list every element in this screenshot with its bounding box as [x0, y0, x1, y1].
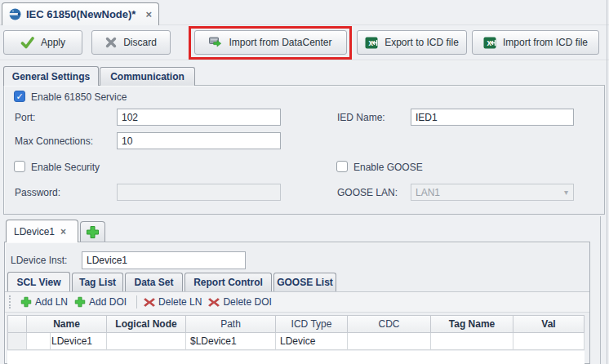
column-header-name[interactable]: Name [27, 315, 107, 333]
max-connections-label: Max Connections: [15, 135, 93, 147]
add-doi-label: Add DOI [89, 296, 127, 308]
ldevice-inst-input[interactable] [82, 251, 246, 269]
cell-name[interactable]: LDevice1 [27, 333, 107, 350]
col-cdc-label: CDC [379, 318, 400, 330]
general-settings-label: General Settings [12, 71, 90, 82]
iec61850-node-icon [9, 8, 21, 20]
column-header-icd-type[interactable]: ICD Type [276, 315, 348, 333]
port-label: Port: [15, 112, 35, 123]
password-input [117, 184, 281, 201]
import-from-icd-file-button[interactable]: x Import from ICD file [472, 30, 599, 55]
goose-lan-value: LAN1 [416, 187, 440, 198]
password-label: Password: [15, 187, 60, 198]
communication-label: Communication [110, 71, 184, 82]
plus-icon [20, 296, 32, 308]
scl-view-label: SCL View [16, 277, 60, 288]
ldevice1-tab-label: LDevice1 [14, 226, 55, 237]
tab-ldevice1[interactable]: LDevice1 × [6, 220, 78, 242]
enable-goose-label: Enable GOOSE [353, 162, 423, 173]
ldevice-inst-label: LDevice Inst: [11, 255, 67, 266]
column-header-val[interactable]: Val [513, 315, 585, 333]
apply-button[interactable]: Apply [3, 30, 82, 55]
discard-button[interactable]: Discard [91, 30, 171, 55]
delete-x-icon [144, 297, 155, 308]
ied-name-label: IED Name: [337, 112, 385, 123]
cell-icd-type-value: LDevice [280, 335, 315, 347]
discard-x-icon [105, 37, 117, 48]
cell-path-value: $LDevice1 [190, 335, 237, 347]
report-control-label: Report Control [193, 277, 263, 288]
col-tag-name-label: Tag Name [449, 318, 495, 330]
enable-61850-service-label: Enable 61850 Service [31, 91, 127, 103]
delete-doi-button[interactable]: Delete DOI [207, 295, 276, 309]
ied-name-input[interactable] [411, 109, 574, 126]
col-val-label: Val [541, 318, 555, 330]
tab-tag-list[interactable]: Tag List [72, 273, 123, 291]
col-name-label: Name [53, 318, 80, 330]
goose-list-label: GOOSE List [277, 277, 333, 288]
add-doi-button[interactable]: Add DOI [73, 295, 131, 309]
tab-report-control[interactable]: Report Control [184, 273, 272, 291]
scl-grid: Name Logical Node Path ICD Type CDC Tag … [7, 315, 585, 350]
add-ldevice-tab-button[interactable] [80, 221, 105, 242]
add-ln-label: Add LN [35, 296, 68, 308]
import-datacenter-icon [209, 37, 222, 48]
panel-border [600, 216, 601, 364]
max-connections-input[interactable] [117, 132, 281, 149]
column-header-cdc[interactable]: CDC [348, 315, 431, 333]
delete-ln-button[interactable]: Delete LN [142, 295, 207, 309]
tab-data-set[interactable]: Data Set [125, 273, 183, 291]
delete-doi-label: Delete DOI [223, 296, 271, 308]
toolbar-separator [136, 295, 137, 309]
row-selector-header [7, 315, 27, 333]
column-header-path[interactable]: Path [186, 315, 276, 333]
tab-communication[interactable]: Communication [100, 67, 195, 86]
cell-path[interactable]: $LDevice1 [186, 333, 276, 350]
close-tab-icon[interactable]: × [145, 8, 152, 20]
col-icd-type-label: ICD Type [291, 318, 332, 330]
import-from-datacenter-button[interactable]: Import from DataCenter [194, 30, 347, 55]
toolbar-separator [0, 60, 609, 61]
port-input[interactable] [117, 109, 281, 126]
column-header-tag-name[interactable]: Tag Name [431, 315, 513, 333]
export-icd-file-icon: x [365, 37, 378, 49]
tab-iec61850-document[interactable]: IEC 61850(NewNode)* × [2, 2, 159, 25]
apply-label: Apply [41, 37, 65, 48]
chevron-down-icon: ▾ [564, 188, 568, 197]
apply-check-icon [20, 37, 34, 49]
plus-icon [74, 296, 86, 308]
enable-goose-checkbox[interactable]: ✓ [336, 161, 348, 172]
window-border [607, 0, 607, 364]
grid-empty-area [7, 351, 585, 364]
enable-61850-service-checkbox[interactable]: ✓ [14, 91, 25, 102]
cell-icd-type[interactable]: LDevice [276, 333, 348, 350]
enable-security-checkbox[interactable]: ✓ [14, 161, 25, 172]
goose-lan-label: GOOSE LAN: [337, 187, 398, 198]
col-logical-node-label: Logical Node [115, 318, 176, 330]
cell-logical-node[interactable] [107, 333, 186, 350]
row-selector-cell[interactable] [7, 333, 27, 350]
table-row[interactable]: LDevice1 $LDevice1 LDevice [7, 333, 585, 350]
enable-security-label: Enable Security [31, 162, 100, 173]
toolbar-grip-handle[interactable] [9, 295, 12, 309]
cell-cdc[interactable] [348, 333, 431, 350]
export-icd-label: Export to ICD file [385, 37, 459, 48]
import-icd-file-icon: x [483, 37, 496, 49]
cell-tag-name[interactable] [431, 333, 513, 350]
tab-general-settings[interactable]: General Settings [3, 66, 99, 86]
tab-goose-list[interactable]: GOOSE List [273, 273, 336, 291]
cell-name-value: LDevice1 [51, 335, 92, 347]
column-header-logical-node[interactable]: Logical Node [107, 315, 186, 333]
export-to-icd-file-button[interactable]: x Export to ICD file [357, 30, 467, 55]
tag-list-label: Tag List [79, 277, 116, 288]
checkmark-icon: ✓ [16, 92, 23, 101]
cell-val[interactable] [513, 333, 585, 350]
close-ldevice-tab-icon[interactable]: × [60, 226, 66, 237]
delete-ln-label: Delete LN [158, 296, 202, 308]
delete-x-icon [208, 297, 220, 308]
col-path-label: Path [220, 318, 241, 330]
data-set-label: Data Set [134, 277, 173, 288]
tab-scl-view[interactable]: SCL View [7, 272, 70, 291]
add-ln-button[interactable]: Add LN [19, 295, 73, 309]
scl-action-toolbar: Add LN Add DOI Delete LN Delete DOI [5, 291, 589, 313]
